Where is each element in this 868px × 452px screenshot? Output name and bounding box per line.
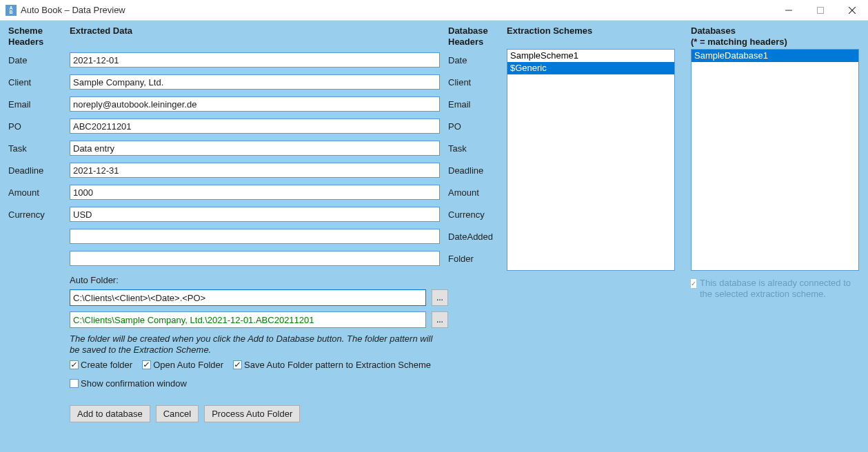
content-area: SchemeHeaders Date Client Email PO Task … [0, 21, 868, 452]
scheme-header-label: PO [8, 115, 70, 137]
maximize-button[interactable] [805, 0, 836, 20]
cancel-button[interactable]: Cancel [156, 405, 199, 422]
schemes-listbox[interactable]: SampleScheme1 $Generic [507, 49, 675, 271]
process-auto-folder-button[interactable]: Process Auto Folder [204, 405, 300, 422]
scheme-header-label: Date [8, 49, 70, 71]
scheme-header-label: Task [8, 137, 70, 159]
scheme-header-label: Currency [8, 203, 70, 225]
db-header-label: DateAdded [448, 225, 507, 247]
extracted-input-folder[interactable] [70, 251, 440, 266]
create-folder-checkbox[interactable]: Create folder [70, 360, 132, 370]
db-connected-note: This database is already connected to th… [700, 278, 859, 300]
db-header-label: Date [448, 49, 507, 71]
scheme-header-label: Email [8, 93, 70, 115]
extracted-input-amount[interactable] [70, 185, 440, 200]
scheme-header-label: Amount [8, 181, 70, 203]
databases-listbox[interactable]: SampleDatabase1 [691, 49, 859, 271]
window-title: Auto Book – Data Preview [21, 5, 125, 15]
extracted-input-email[interactable] [70, 96, 440, 112]
extracted-input-currency[interactable] [70, 207, 440, 222]
database-headers-title: DatabaseHeaders [448, 25, 507, 49]
extracted-data-title: Extracted Data [70, 25, 448, 49]
db-header-label: Amount [448, 181, 507, 203]
db-header-label: Email [448, 93, 507, 115]
extracted-input-date[interactable] [70, 52, 440, 68]
minimize-button[interactable] [773, 0, 805, 20]
svg-rect-1 [818, 7, 824, 13]
scheme-header-label: Client [8, 71, 70, 93]
browse-pattern-button[interactable]: ... [432, 289, 448, 306]
save-pattern-checkbox[interactable]: Save Auto Folder pattern to Extraction S… [233, 360, 431, 370]
browse-resolved-button[interactable]: ... [432, 311, 448, 328]
db-header-label: Task [448, 137, 507, 159]
db-header-label: Currency [448, 203, 507, 225]
scheme-item[interactable]: $Generic [507, 62, 674, 74]
app-icon: AB [6, 5, 17, 16]
db-header-label: Deadline [448, 159, 507, 181]
close-button[interactable] [836, 0, 868, 20]
scheme-header-label [8, 225, 70, 247]
database-item[interactable]: SampleDatabase1 [692, 50, 858, 62]
add-to-database-button[interactable]: Add to database [70, 405, 150, 422]
scheme-headers-column: SchemeHeaders Date Client Email PO Task … [8, 25, 70, 444]
checkbox-icon [142, 360, 151, 369]
auto-folder-hint: The folder will be created when you clic… [70, 333, 442, 356]
checkbox-icon [70, 360, 79, 369]
scheme-item[interactable]: SampleScheme1 [507, 50, 674, 62]
auto-folder-label: Auto Folder: [70, 275, 448, 285]
extracted-input-task[interactable] [70, 141, 440, 156]
databases-title: Databases (* = matching headers) [691, 25, 860, 49]
extracted-input-deadline[interactable] [70, 163, 440, 178]
auto-folder-pattern-input[interactable] [70, 289, 426, 306]
checkbox-icon [233, 360, 242, 369]
extraction-schemes-column: Extraction Schemes SampleScheme1 $Generi… [507, 25, 691, 444]
extracted-data-column: Extracted Data Auto Folder: ... ... The … [70, 25, 448, 444]
show-confirmation-checkbox[interactable]: Show confirmation window [70, 378, 187, 389]
extracted-input-po[interactable] [70, 119, 440, 134]
checkbox-icon [70, 379, 79, 388]
scheme-header-label [8, 247, 70, 269]
extracted-input-client[interactable] [70, 74, 440, 90]
open-auto-folder-checkbox[interactable]: Open Auto Folder [142, 360, 223, 370]
db-header-label: PO [448, 115, 507, 137]
database-headers-column: DatabaseHeaders Date Client Email PO Tas… [448, 25, 507, 444]
extracted-input-dateadded[interactable] [70, 229, 440, 244]
titlebar: AB Auto Book – Data Preview [0, 0, 868, 21]
window-controls [773, 0, 868, 20]
extraction-schemes-title: Extraction Schemes [507, 25, 691, 49]
auto-folder-resolved-input[interactable] [70, 311, 426, 328]
scheme-headers-title: SchemeHeaders [8, 25, 70, 49]
db-connected-checkbox [691, 279, 696, 288]
db-header-label: Folder [448, 247, 507, 269]
databases-column: Databases (* = matching headers) SampleD… [691, 25, 860, 444]
db-header-label: Client [448, 71, 507, 93]
scheme-header-label: Deadline [8, 159, 70, 181]
